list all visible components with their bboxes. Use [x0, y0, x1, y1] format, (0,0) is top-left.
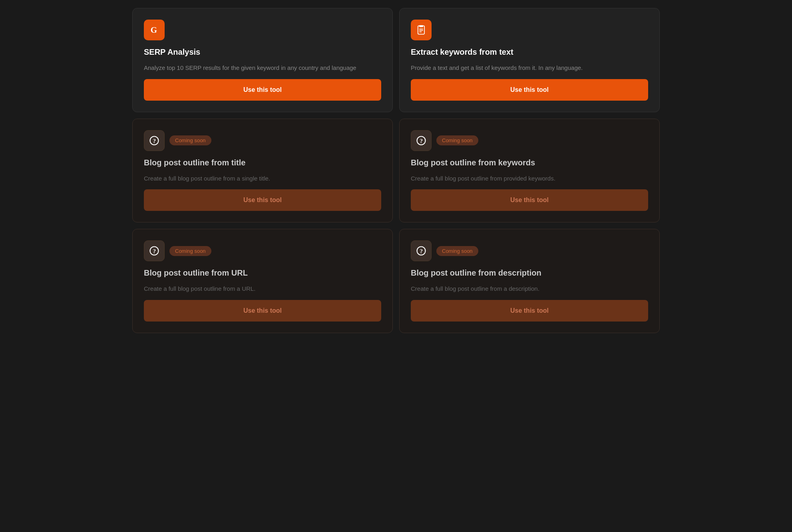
coming-soon-badge: Coming soon	[169, 246, 211, 256]
card-title: Blog post outline from keywords	[411, 157, 648, 168]
use-tool-button-blog-post-url: Use this tool	[144, 300, 381, 322]
card-description: Provide a text and get a list of keyword…	[411, 64, 648, 73]
use-tool-button-extract-keywords[interactable]: Use this tool	[411, 79, 648, 101]
card-header: ? Coming soon	[411, 240, 648, 261]
tools-grid: G SERP AnalysisAnalyze top 10 SERP resul…	[132, 8, 660, 333]
card-title: Blog post outline from URL	[144, 268, 381, 278]
card-header: ? Coming soon	[144, 240, 381, 261]
card-description: Create a full blog post outline from a U…	[144, 284, 381, 294]
card-header: ? Coming soon	[411, 130, 648, 151]
svg-text:G: G	[151, 25, 157, 35]
coming-soon-badge: Coming soon	[436, 135, 478, 145]
use-tool-button-serp-analysis[interactable]: Use this tool	[144, 79, 381, 101]
card-title: Extract keywords from text	[411, 47, 648, 57]
G-icon: G	[144, 20, 165, 40]
card-header: G	[144, 20, 381, 40]
question-icon: ?	[411, 240, 432, 261]
use-tool-button-blog-post-description: Use this tool	[411, 300, 648, 322]
svg-text:?: ?	[153, 137, 156, 144]
svg-text:?: ?	[153, 248, 156, 254]
card-title: SERP Analysis	[144, 47, 381, 57]
svg-text:?: ?	[420, 248, 423, 254]
card-header	[411, 20, 648, 40]
coming-soon-badge: Coming soon	[169, 135, 211, 145]
card-title: Blog post outline from description	[411, 268, 648, 278]
card-extract-keywords: Extract keywords from textProvide a text…	[399, 8, 660, 112]
card-blog-post-keywords: ? Coming soonBlog post outline from keyw…	[399, 119, 660, 223]
question-icon: ?	[144, 240, 165, 261]
card-blog-post-url: ? Coming soonBlog post outline from URLC…	[132, 229, 393, 333]
card-description: Create a full blog post outline from a d…	[411, 284, 648, 294]
card-serp-analysis: G SERP AnalysisAnalyze top 10 SERP resul…	[132, 8, 393, 112]
card-title: Blog post outline from title	[144, 157, 381, 168]
card-description: Analyze top 10 SERP results for the give…	[144, 64, 381, 73]
question-icon: ?	[411, 130, 432, 151]
card-description: Create a full blog post outline from pro…	[411, 174, 648, 183]
use-tool-button-blog-post-keywords: Use this tool	[411, 189, 648, 211]
card-blog-post-title: ? Coming soonBlog post outline from titl…	[132, 119, 393, 223]
card-header: ? Coming soon	[144, 130, 381, 151]
use-tool-button-blog-post-title: Use this tool	[144, 189, 381, 211]
coming-soon-badge: Coming soon	[436, 246, 478, 256]
card-blog-post-description: ? Coming soonBlog post outline from desc…	[399, 229, 660, 333]
clipboard-icon	[411, 20, 432, 40]
card-description: Create a full blog post outline from a s…	[144, 174, 381, 183]
svg-rect-3	[419, 25, 423, 27]
question-icon: ?	[144, 130, 165, 151]
svg-text:?: ?	[420, 137, 423, 144]
